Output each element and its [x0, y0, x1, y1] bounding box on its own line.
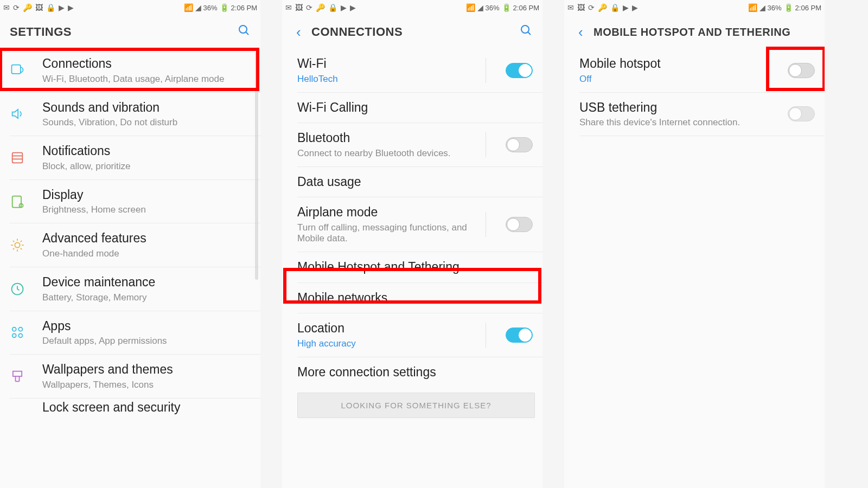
- connections-icon: [10, 63, 25, 78]
- connections-list: Wi-Fi HelloTech Wi-Fi Calling Bluetooth …: [282, 49, 542, 488]
- row-sub: Turn off calling, messaging functions, a…: [297, 222, 486, 244]
- lock-icon: 🔒: [328, 3, 337, 12]
- maintenance-icon: [10, 281, 25, 297]
- row-title: Mobile hotspot: [579, 56, 768, 72]
- back-button[interactable]: ‹: [296, 24, 311, 41]
- row-sub: One-handed mode: [42, 248, 251, 259]
- signal-icon: ◢: [760, 3, 765, 12]
- back-button[interactable]: ‹: [578, 24, 593, 41]
- sync-icon: ⟳: [588, 3, 595, 12]
- hotspot-row-mobile-hotspot[interactable]: Mobile hotspot Off: [579, 49, 825, 93]
- settings-row-display[interactable]: Display Brightness, Home screen: [10, 180, 260, 224]
- svg-point-12: [12, 334, 16, 338]
- settings-row-lock-screen[interactable]: Lock screen and security: [10, 399, 260, 417]
- play-icon: ▶: [623, 3, 629, 12]
- conn-row-mobile-networks[interactable]: Mobile networks: [297, 283, 542, 314]
- image-icon: 🖼: [35, 3, 43, 12]
- play-icon: ▶: [59, 3, 65, 12]
- row-sub: High accuracy: [297, 338, 486, 349]
- location-toggle[interactable]: [506, 328, 533, 343]
- hotspot-row-usb-tethering[interactable]: USB tethering Share this device's Intern…: [579, 93, 825, 137]
- image-icon: 🖼: [295, 3, 303, 12]
- row-title: Display: [42, 188, 251, 203]
- conn-row-bluetooth[interactable]: Bluetooth Connect to nearby Bluetooth de…: [297, 123, 542, 167]
- conn-row-wifi-calling[interactable]: Wi-Fi Calling: [297, 93, 542, 124]
- row-sub: Share this device's Internet connection.: [579, 117, 777, 128]
- phone-screen-settings: ✉ ⟳ 🔑 🖼 🔒 ▶ ▶ 📶 ◢ 36% 🔋 2:06 PM SETTINGS…: [0, 0, 260, 488]
- hotspot-list: Mobile hotspot Off USB tethering Share t…: [564, 49, 825, 488]
- row-title: Airplane mode: [297, 205, 486, 220]
- usb-tethering-toggle[interactable]: [788, 106, 815, 121]
- row-sub: Battery, Storage, Memory: [42, 292, 251, 303]
- scrollbar[interactable]: [255, 52, 258, 280]
- battery-icon: 🔋: [220, 3, 229, 12]
- row-sub: Wi-Fi, Bluetooth, Data usage, Airplane m…: [42, 74, 251, 85]
- row-title: Location: [297, 321, 486, 336]
- mail-icon: ✉: [567, 3, 574, 12]
- settings-row-sounds[interactable]: Sounds and vibration Sounds, Vibration, …: [10, 93, 260, 137]
- header: SETTINGS: [0, 15, 260, 49]
- row-title: More connection settings: [297, 365, 533, 380]
- settings-row-notifications[interactable]: Notifications Block, allow, prioritize: [10, 136, 260, 180]
- lock-icon: 🔒: [610, 3, 620, 12]
- conn-row-more[interactable]: More connection settings: [297, 357, 542, 388]
- page-title: MOBILE HOTSPOT AND TETHERING: [593, 26, 790, 38]
- row-title: Data usage: [297, 175, 533, 190]
- row-title: Wi-Fi Calling: [297, 100, 533, 115]
- sync-icon: ⟳: [13, 3, 20, 12]
- airplane-toggle[interactable]: [506, 217, 533, 232]
- conn-row-wifi[interactable]: Wi-Fi HelloTech: [297, 49, 542, 93]
- mobile-hotspot-toggle[interactable]: [788, 63, 815, 78]
- settings-row-apps[interactable]: Apps Default apps, App permissions: [10, 311, 260, 355]
- notifications-icon: [10, 150, 25, 165]
- image-icon: 🖼: [577, 3, 585, 12]
- settings-row-advanced[interactable]: Advanced features One-handed mode: [10, 223, 260, 267]
- svg-point-11: [18, 328, 22, 331]
- battery-icon: 🔋: [502, 3, 511, 12]
- row-sub: Connect to nearby Bluetooth devices.: [297, 148, 486, 159]
- divider: [768, 58, 768, 83]
- battery-percent: 36%: [768, 4, 782, 12]
- row-title: Lock screen and security: [42, 400, 251, 415]
- row-title: Wallpapers and themes: [42, 362, 251, 377]
- conn-row-airplane[interactable]: Airplane mode Turn off calling, messagin…: [297, 197, 542, 252]
- header: ‹ MOBILE HOTSPOT AND TETHERING: [564, 15, 825, 49]
- settings-row-device-maintenance[interactable]: Device maintenance Battery, Storage, Mem…: [10, 267, 260, 311]
- header: ‹ CONNECTIONS: [282, 15, 542, 49]
- divider: [486, 58, 486, 83]
- mail-icon: ✉: [3, 3, 10, 12]
- status-bar: ✉ 🖼 ⟳ 🔑 🔒 ▶ ▶ 📶 ◢ 36% 🔋 2:06 PM: [564, 0, 825, 15]
- row-sub: Sounds, Vibration, Do not disturb: [42, 117, 251, 128]
- sync-icon: ⟳: [306, 3, 312, 12]
- wallpaper-icon: [10, 369, 25, 384]
- row-sub: Brightness, Home screen: [42, 204, 251, 215]
- play2-icon: ▶: [632, 3, 638, 12]
- search-icon[interactable]: [520, 24, 533, 40]
- bluetooth-toggle[interactable]: [506, 137, 533, 152]
- wifi-icon: 📶: [184, 3, 193, 12]
- signal-icon: ◢: [477, 3, 483, 12]
- battery-percent: 36%: [486, 4, 500, 12]
- wifi-toggle[interactable]: [506, 63, 533, 78]
- settings-row-connections[interactable]: Connections Wi-Fi, Bluetooth, Data usage…: [10, 49, 260, 93]
- conn-row-hotspot[interactable]: Mobile Hotspot and Tethering: [297, 252, 542, 283]
- svg-rect-6: [12, 196, 21, 207]
- svg-point-8: [15, 243, 20, 248]
- conn-row-location[interactable]: Location High accuracy: [297, 313, 542, 357]
- row-sub: Wallpapers, Themes, Icons: [42, 380, 251, 390]
- svg-point-13: [18, 334, 22, 338]
- row-sub: Off: [579, 74, 768, 85]
- wifi-icon: 📶: [466, 3, 475, 12]
- row-title: Bluetooth: [297, 131, 486, 146]
- conn-row-data-usage[interactable]: Data usage: [297, 167, 542, 198]
- search-icon[interactable]: [238, 24, 251, 40]
- display-icon: [10, 194, 25, 209]
- svg-rect-3: [12, 153, 23, 163]
- svg-rect-2: [12, 65, 21, 73]
- svg-line-1: [246, 32, 248, 35]
- settings-row-wallpapers[interactable]: Wallpapers and themes Wallpapers, Themes…: [10, 355, 260, 399]
- svg-point-0: [239, 25, 247, 33]
- looking-for-card[interactable]: LOOKING FOR SOMETHING ELSE?: [297, 393, 535, 418]
- wifi-icon: 📶: [748, 3, 757, 12]
- advanced-icon: [10, 237, 25, 253]
